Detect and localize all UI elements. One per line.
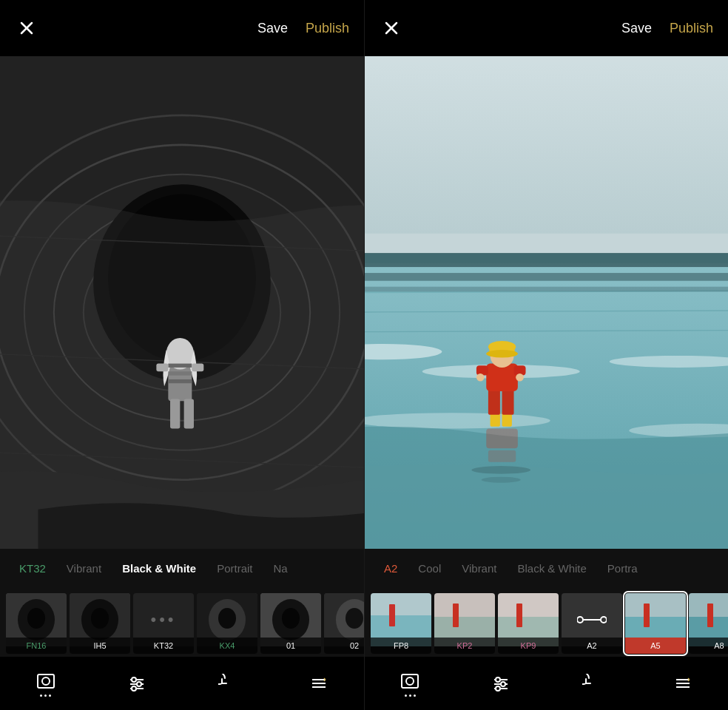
- left-thumb-label-fn16: FN16: [6, 638, 67, 654]
- right-thumb-label-fp8: FP8: [371, 638, 431, 654]
- right-panel: Save Publish: [364, 0, 728, 710]
- left-filter-cat-kt32[interactable]: KT32: [9, 549, 56, 587]
- left-filter-thumb-ih5[interactable]: IH5: [70, 593, 130, 654]
- right-actions: Save Publish: [621, 21, 713, 36]
- left-bottom-toolbar: [0, 657, 364, 710]
- left-filter-cat-na[interactable]: Na: [263, 549, 298, 587]
- left-photo-dots: [40, 694, 51, 697]
- svg-point-38: [42, 677, 50, 685]
- right-filter-thumb-a8[interactable]: A8: [689, 593, 728, 654]
- svg-point-24: [27, 608, 45, 629]
- right-filter-thumbs: FP8 KP2 KP9: [365, 587, 728, 657]
- svg-rect-17: [168, 379, 192, 383]
- right-thumb-label-kp9: KP9: [498, 638, 559, 654]
- right-layers-icon: [673, 673, 693, 694]
- svg-rect-102: [402, 674, 418, 688]
- left-filter-cat-vibrant[interactable]: Vibrant: [56, 549, 112, 587]
- right-thumb-label-kp2: KP2: [434, 638, 495, 654]
- left-filter-cat-portrait[interactable]: Portrait: [206, 549, 263, 587]
- right-filter-cat-cool[interactable]: Cool: [408, 549, 451, 587]
- svg-rect-19: [184, 399, 194, 429]
- left-filter-cat-bw[interactable]: Black & White: [112, 549, 206, 587]
- right-filter-cat-a2[interactable]: A2: [374, 549, 408, 587]
- right-filter-thumb-kp2[interactable]: KP2: [434, 593, 495, 654]
- left-toolbar-photo[interactable]: [24, 665, 68, 703]
- svg-point-30: [218, 608, 236, 629]
- right-bottom-toolbar: [365, 657, 728, 710]
- svg-point-43: [137, 682, 141, 686]
- left-thumb-label-01: 01: [260, 638, 321, 654]
- right-photo-dots: [405, 694, 416, 697]
- svg-rect-89: [453, 604, 459, 627]
- svg-rect-86: [389, 604, 395, 626]
- right-toolbar-photo[interactable]: [388, 665, 432, 703]
- svg-point-108: [501, 682, 505, 686]
- right-filter-strip: A2 Cool Vibrant Black & White Portra FP8…: [365, 549, 728, 657]
- svg-point-27: [91, 608, 109, 629]
- left-thumb-label-ih5: IH5: [70, 638, 130, 654]
- left-filter-thumb-kt32[interactable]: ••• KT32: [133, 593, 194, 654]
- left-actions: Save Publish: [257, 21, 349, 36]
- right-history-icon: [582, 673, 602, 694]
- right-filter-thumb-a5[interactable]: A5: [625, 593, 686, 654]
- left-toolbar-sliders[interactable]: [115, 667, 159, 700]
- right-photo-icon: [400, 671, 420, 692]
- svg-rect-18: [170, 399, 180, 429]
- svg-rect-61: [365, 287, 728, 292]
- right-filter-thumb-a2[interactable]: A2: [562, 593, 622, 654]
- right-toolbar-layers[interactable]: [661, 667, 705, 700]
- svg-rect-15: [168, 364, 192, 368]
- left-save-button[interactable]: Save: [257, 21, 288, 36]
- right-publish-button[interactable]: Publish: [670, 21, 713, 36]
- left-filter-thumb-fn16[interactable]: FN16: [6, 593, 67, 654]
- svg-rect-82: [486, 428, 518, 448]
- svg-point-81: [486, 350, 518, 358]
- svg-rect-20: [156, 364, 168, 372]
- svg-rect-83: [488, 450, 516, 462]
- history-icon: [218, 673, 238, 694]
- svg-rect-98: [644, 604, 650, 627]
- photo-icon: [36, 671, 56, 692]
- right-filter-cat-portrait[interactable]: Portra: [597, 549, 648, 587]
- svg-point-42: [132, 677, 136, 682]
- svg-point-76: [476, 373, 485, 382]
- left-close-button[interactable]: [15, 16, 38, 40]
- right-sliders-icon: [491, 673, 511, 694]
- right-thumb-label-a8: A8: [689, 638, 728, 654]
- svg-point-94: [601, 617, 607, 623]
- svg-rect-101: [707, 604, 713, 627]
- svg-rect-16: [168, 371, 192, 375]
- layers-icon: [309, 673, 329, 694]
- left-filter-thumb-02[interactable]: 02: [324, 593, 364, 654]
- left-publish-button[interactable]: Publish: [306, 21, 349, 36]
- svg-rect-71: [488, 388, 500, 415]
- left-toolbar-layers[interactable]: [297, 667, 341, 700]
- left-top-bar: Save Publish: [0, 0, 364, 56]
- svg-point-107: [496, 677, 500, 682]
- svg-rect-54: [365, 56, 728, 234]
- right-thumb-label-a2: A2: [562, 638, 622, 654]
- svg-rect-59: [365, 253, 728, 267]
- svg-point-33: [282, 608, 300, 629]
- svg-point-68: [482, 477, 521, 483]
- left-thumb-label-kx4: KX4: [197, 638, 257, 654]
- svg-point-36: [346, 608, 363, 629]
- right-filter-cat-bw[interactable]: Black & White: [507, 549, 596, 587]
- svg-point-103: [406, 677, 414, 685]
- right-save-button[interactable]: Save: [621, 21, 652, 36]
- right-filter-categories: A2 Cool Vibrant Black & White Portra: [365, 549, 728, 587]
- right-filter-cat-vibrant[interactable]: Vibrant: [451, 549, 507, 587]
- right-toolbar-history[interactable]: [570, 667, 614, 700]
- right-top-bar: Save Publish: [365, 0, 728, 56]
- right-filter-thumb-fp8[interactable]: FP8: [371, 593, 431, 654]
- right-close-button[interactable]: [380, 16, 403, 40]
- left-filter-thumb-kx4[interactable]: KX4: [197, 593, 257, 654]
- left-thumb-label-kt32: KT32: [133, 638, 194, 654]
- left-filter-thumbs: FN16 IH5 ••• KT32 KX4: [0, 587, 364, 657]
- right-toolbar-sliders[interactable]: [479, 667, 523, 700]
- right-filter-thumb-kp9[interactable]: KP9: [498, 593, 559, 654]
- svg-point-77: [516, 373, 524, 382]
- left-filter-thumb-01[interactable]: 01: [260, 593, 321, 654]
- svg-point-93: [577, 617, 583, 623]
- left-toolbar-history[interactable]: [206, 667, 250, 700]
